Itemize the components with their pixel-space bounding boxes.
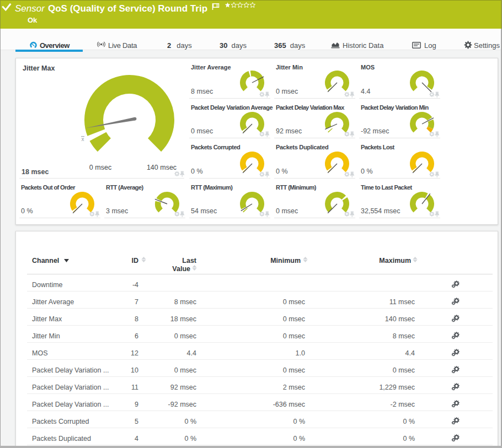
svg-text:x: x — [82, 136, 84, 142]
